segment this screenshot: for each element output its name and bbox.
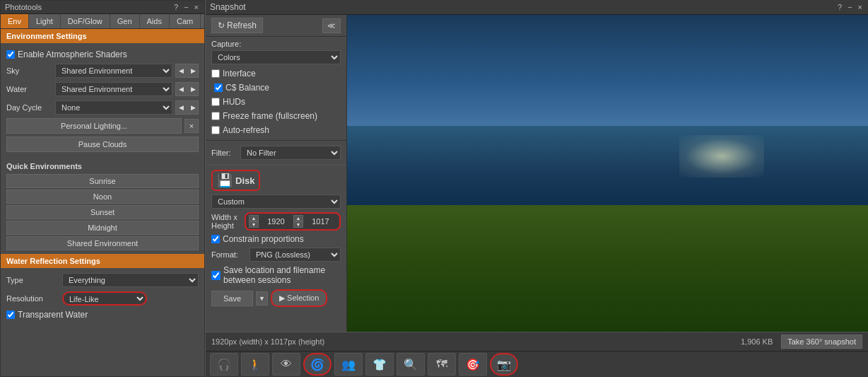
filter-select[interactable]: No Filter xyxy=(240,146,341,160)
tab-aids[interactable]: Aids xyxy=(140,14,170,28)
cs-balance-label: C$ Balance xyxy=(225,83,269,93)
person-icon[interactable]: 🚶 xyxy=(241,353,269,376)
selection-btn[interactable]: ▶ Selection xyxy=(271,289,327,307)
save-location-row: Save location and filename between sessi… xyxy=(211,263,341,287)
enable-atmo-row: Enable Atmospheric Shaders xyxy=(6,47,199,62)
height-input[interactable] xyxy=(305,216,336,226)
day-cycle-row: Day Cycle None ◀ ▶ xyxy=(6,98,199,117)
env-midnight[interactable]: Midnight xyxy=(6,221,199,235)
auto-refresh-label: Auto-refresh xyxy=(223,125,269,135)
height-up[interactable]: ▲ xyxy=(293,215,303,221)
tab-light[interactable]: Light xyxy=(29,14,61,28)
phototools-titlebar: Phototools ? − × xyxy=(1,1,204,14)
env-settings-content: Enable Atmospheric Shaders Sky Shared En… xyxy=(1,43,204,158)
day-cycle-next[interactable]: ▶ xyxy=(187,100,199,115)
snapshot-panel: Snapshot ? − × ↻ Refresh ≪ Capture: Colo… xyxy=(205,0,868,377)
day-cycle-nav: ◀ ▶ xyxy=(175,100,199,115)
capture-select[interactable]: Colors xyxy=(211,50,341,64)
height-down[interactable]: ▼ xyxy=(293,221,303,228)
personal-lighting-close[interactable]: × xyxy=(184,119,199,133)
sky-prev[interactable]: ◀ xyxy=(175,64,187,78)
auto-refresh-row: Auto-refresh xyxy=(211,123,341,137)
swirl-icon[interactable]: 🌀 xyxy=(303,353,332,376)
water-label: Water xyxy=(6,85,52,93)
sky-row: Sky Shared Environment ◀ ▶ xyxy=(6,62,199,80)
interface-checkbox[interactable] xyxy=(211,69,220,78)
camera-icon[interactable]: 📷 xyxy=(490,353,518,376)
snapshot360-btn[interactable]: Take 360° snapshot xyxy=(781,335,862,349)
phototools-tabbar: Env Light DoF/Glow Gen Aids Cam xyxy=(1,14,204,29)
enable-atmo-label: Enable Atmospheric Shaders xyxy=(18,50,127,59)
water-prev[interactable]: ◀ xyxy=(175,82,187,96)
water-select[interactable]: Shared Environment xyxy=(55,82,172,96)
collapse-btn[interactable]: ≪ xyxy=(322,18,341,33)
freeze-checkbox[interactable] xyxy=(211,112,220,120)
close-btn-phototools[interactable]: × xyxy=(193,3,200,11)
constrain-checkbox[interactable] xyxy=(211,235,220,243)
preview-ground xyxy=(347,205,868,332)
cs-balance-checkbox[interactable] xyxy=(214,83,223,92)
save-dropdown[interactable]: ▼ xyxy=(256,291,268,306)
tab-env[interactable]: Env xyxy=(1,14,29,28)
water-row: Water Shared Environment ◀ ▶ xyxy=(6,80,199,98)
enable-atmo-checkbox[interactable] xyxy=(6,50,15,59)
resolution-select[interactable]: Life-Like Ultra High Mid Low xyxy=(62,291,147,306)
water-type-select[interactable]: Everything xyxy=(62,273,199,287)
env-noon[interactable]: Noon xyxy=(6,190,199,204)
wh-label: Width x Height xyxy=(211,213,242,230)
day-cycle-prev[interactable]: ◀ xyxy=(175,100,187,115)
freeze-label: Freeze frame (fullscreen) xyxy=(223,111,317,121)
sky-next[interactable]: ▶ xyxy=(187,64,199,78)
transparent-water-row: Transparent Water xyxy=(6,308,199,322)
action-row: Save ▼ ▶ Selection xyxy=(211,287,341,309)
capture-section: Capture: Colors Interface C$ Balance HUD… xyxy=(206,37,346,141)
help-btn[interactable]: ? xyxy=(172,3,180,11)
format-select[interactable]: PNG (Lossless) JPEG BMP xyxy=(250,248,341,262)
target-icon[interactable]: 🎯 xyxy=(459,353,487,376)
map-icon[interactable]: 🗺 xyxy=(428,353,456,376)
refresh-btn[interactable]: ↻ Refresh xyxy=(211,18,263,33)
headset-icon[interactable]: 🎧 xyxy=(210,353,238,376)
env-sunset[interactable]: Sunset xyxy=(6,205,199,219)
wh-row: Width x Height ▲ ▼ ▲ ▼ xyxy=(211,211,341,232)
shirt-icon[interactable]: 👕 xyxy=(365,353,394,376)
personal-lighting-btn[interactable]: Personal Lighting... xyxy=(6,118,182,134)
filter-label: Filter: xyxy=(211,149,236,157)
tab-dof[interactable]: DoF/Glow xyxy=(61,14,110,28)
transparent-water-label: Transparent Water xyxy=(18,310,88,320)
snapshot-minimize-btn[interactable]: − xyxy=(846,3,853,11)
sky-select[interactable]: Shared Environment xyxy=(55,64,172,78)
disk-header: 💾 Disk xyxy=(211,168,341,192)
phototools-panel: Phototools ? − × Env Light DoF/Glow Gen … xyxy=(0,0,205,377)
transparent-water-checkbox[interactable] xyxy=(6,311,15,319)
snapshot-help-btn[interactable]: ? xyxy=(836,3,843,11)
pause-clouds-btn[interactable]: Pause Clouds xyxy=(6,137,199,152)
width-down[interactable]: ▼ xyxy=(249,221,259,228)
env-shared[interactable]: Shared Environment xyxy=(6,236,199,250)
location-select[interactable]: Custom xyxy=(211,195,341,209)
width-input[interactable] xyxy=(260,216,292,226)
search-icon[interactable]: 🔍 xyxy=(397,353,425,376)
cs-balance-row: C$ Balance xyxy=(211,81,341,95)
eye-icon[interactable]: 👁 xyxy=(272,353,300,376)
tab-gen[interactable]: Gen xyxy=(110,14,140,28)
water-type-row: Type Everything xyxy=(6,271,199,289)
people-icon[interactable]: 👥 xyxy=(334,353,363,376)
day-cycle-select[interactable]: None xyxy=(55,100,172,115)
save-location-checkbox[interactable] xyxy=(211,271,221,280)
day-cycle-label: Day Cycle xyxy=(6,103,52,112)
snapshot-titlebar: Snapshot ? − × xyxy=(206,0,868,15)
water-type-label: Type xyxy=(6,276,59,284)
sky-nav: ◀ ▶ xyxy=(175,64,199,78)
save-btn[interactable]: Save xyxy=(211,291,253,306)
tab-cam[interactable]: Cam xyxy=(170,14,201,28)
huds-checkbox[interactable] xyxy=(211,98,220,106)
env-sunrise[interactable]: Sunrise xyxy=(6,174,199,188)
water-next[interactable]: ▶ xyxy=(187,82,199,96)
snapshot-close-btn[interactable]: × xyxy=(857,3,864,11)
auto-refresh-checkbox[interactable] xyxy=(211,126,220,134)
minimize-btn[interactable]: − xyxy=(182,3,189,11)
width-up[interactable]: ▲ xyxy=(249,215,259,221)
preview-glare xyxy=(679,135,764,178)
wh-input-group: ▲ ▼ ▲ ▼ xyxy=(245,212,341,231)
